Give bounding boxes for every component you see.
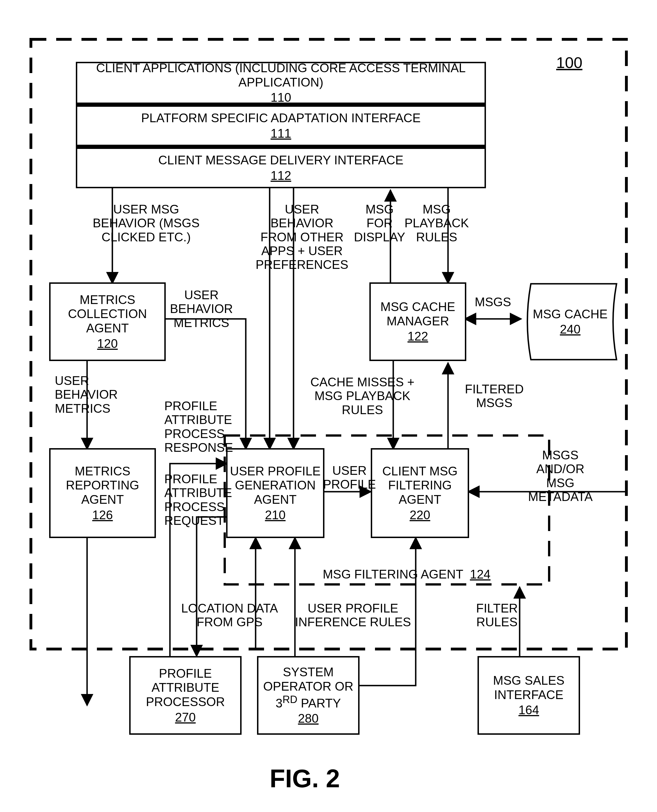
ref: 210	[265, 508, 285, 522]
label: CLIENT MESSAGE DELIVERY INTERFACE	[159, 153, 404, 167]
label-user-msg-behavior: USER MSG BEHAVIOR (MSGS CLICKED ETC.)	[93, 202, 200, 244]
label: SYSTEM OPERATOR OR 3RD PARTY	[260, 665, 357, 710]
label-profile-attr-process-response: PROFILE ATTRIBUTE PROCESS RESPONSE	[164, 399, 233, 454]
label: USER PROFILE GENERATION AGENT	[229, 464, 321, 507]
box-platform-interface: PLATFORM SPECIFIC ADAPTATION INTERFACE 1…	[76, 104, 486, 146]
ref: 111	[271, 126, 291, 141]
ref-100: 100	[556, 53, 582, 72]
label: METRICS REPORTING AGENT	[52, 464, 153, 507]
box-client-msg-filtering-agent: CLIENT MSG FILTERING AGENT 220	[371, 448, 469, 538]
label: MSG SALES INTERFACE	[481, 673, 577, 702]
box-profile-attribute-processor: PROFILE ATTRIBUTE PROCESSOR 270	[129, 656, 241, 735]
box-system-operator: SYSTEM OPERATOR OR 3RD PARTY 280	[257, 656, 360, 735]
label-user-behavior-prefs: USER BEHAVIOR FROM OTHER APPS + USER PRE…	[255, 202, 348, 271]
label-msg-filtering-agent-124: MSG FILTERING AGENT 124	[309, 553, 490, 595]
label-profile-attr-process-request: PROFILE ATTRIBUTE PROCESS REQUEST	[164, 472, 232, 527]
ref: 110	[271, 90, 291, 105]
ref: 126	[92, 508, 113, 522]
box-msg-cache: MSG CACHE 240	[522, 282, 618, 361]
label-msgs: MSGS	[475, 295, 511, 309]
ref: 220	[409, 508, 430, 522]
ref: 240	[560, 322, 580, 336]
label-filtered-msgs: FILTERED MSGS	[465, 382, 523, 410]
label: CLIENT APPLICATIONS (INCLUDING CORE ACCE…	[79, 61, 483, 89]
box-client-applications: CLIENT APPLICATIONS (INCLUDING CORE ACCE…	[76, 62, 486, 104]
label-filter-rules: FILTER RULES	[476, 601, 518, 629]
label: PLATFORM SPECIFIC ADAPTATION INTERFACE	[141, 111, 420, 125]
label: MSG CACHE MANAGER	[372, 300, 463, 328]
diagram-canvas: 100 CLIENT APPLICATIONS (INCLUDING CORE …	[11, 11, 646, 801]
label-cache-misses: CACHE MISSES + MSG PLAYBACK RULES	[310, 375, 414, 417]
box-msg-cache-manager: MSG CACHE MANAGER 122	[369, 282, 466, 361]
box-client-message-delivery: CLIENT MESSAGE DELIVERY INTERFACE 112	[76, 146, 486, 188]
label-user-profile: USER PROFILE	[323, 464, 376, 491]
ref: 270	[175, 710, 196, 725]
box-msg-sales-interface: MSG SALES INTERFACE 164	[478, 656, 580, 735]
label-msg-playback-rules: MSG PLAYBACK RULES	[405, 202, 469, 244]
box-metrics-collection-agent: METRICS COLLECTION AGENT 120	[49, 282, 166, 361]
figure-caption: FIG. 2	[270, 764, 340, 793]
label: CLIENT MSG FILTERING AGENT	[374, 464, 466, 507]
label: PROFILE ATTRIBUTE PROCESSOR	[132, 667, 238, 709]
box-metrics-reporting-agent: METRICS REPORTING AGENT 126	[49, 448, 156, 538]
label-location-data: LOCATION DATA FROM GPS	[181, 601, 278, 629]
label: METRICS COLLECTION AGENT	[52, 293, 163, 335]
label-user-behavior-metrics-2: USER BEHAVIOR METRICS	[55, 374, 118, 415]
label-msgs-metadata: MSGS AND/OR MSG METADATA	[528, 448, 593, 503]
label: MSG CACHE	[533, 307, 607, 321]
ref: 122	[408, 329, 428, 344]
ref: 112	[271, 168, 291, 183]
ref: 164	[518, 703, 539, 717]
label-user-behavior-metrics-1: USER BEHAVIOR METRICS	[170, 288, 233, 330]
ref: 120	[97, 337, 118, 351]
label-user-profile-inference-rules: USER PROFILE INFERENCE RULES	[295, 601, 411, 629]
ref: 280	[298, 711, 319, 726]
label-msg-for-display: MSG FOR DISPLAY	[354, 202, 405, 244]
box-user-profile-generation-agent: USER PROFILE GENERATION AGENT 210	[226, 448, 324, 538]
